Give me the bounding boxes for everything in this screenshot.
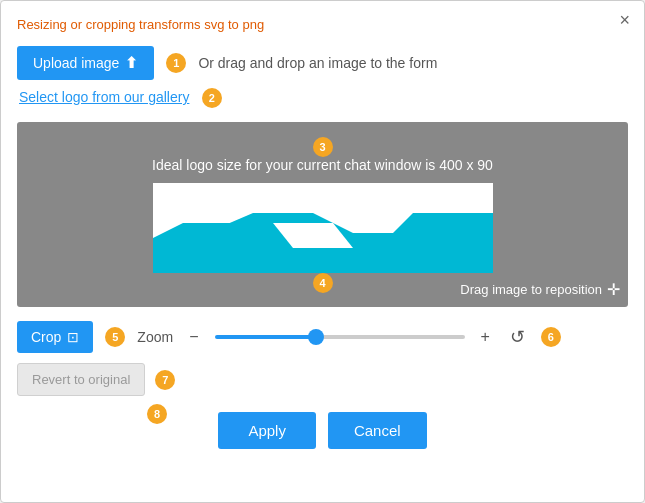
zoom-label: Zoom (137, 329, 173, 345)
zoom-minus-button[interactable]: − (185, 328, 202, 346)
controls-row: Crop ⊡ 5 Zoom − + ↺ 6 (17, 321, 628, 353)
crop-button[interactable]: Crop ⊡ (17, 321, 93, 353)
badge-6: 6 (541, 327, 561, 347)
warning-text: Resizing or cropping transforms svg to p… (17, 17, 628, 32)
gallery-row: Select logo from our gallery 2 (17, 88, 628, 108)
image-upload-dialog: × Resizing or cropping transforms svg to… (0, 0, 645, 503)
badge-8: 8 (147, 404, 167, 424)
revert-button[interactable]: Revert to original (17, 363, 145, 396)
upload-label: Upload image (33, 55, 119, 71)
reset-zoom-button[interactable]: ↺ (506, 326, 529, 348)
badge-2: 2 (202, 88, 222, 108)
crop-icon: ⊡ (67, 329, 79, 345)
apply-button[interactable]: Apply (218, 412, 316, 449)
drag-reposition-text: Drag image to reposition (460, 282, 602, 297)
badge-7: 7 (155, 370, 175, 390)
zoom-plus-button[interactable]: + (477, 328, 494, 346)
badge-3: 3 (313, 137, 333, 157)
crop-label: Crop (31, 329, 61, 345)
badge-1: 1 (166, 53, 186, 73)
upload-image-button[interactable]: Upload image ⬆ (17, 46, 154, 80)
revert-row: Revert to original 7 (17, 363, 628, 396)
action-row: 8 Apply Cancel (17, 412, 628, 449)
logo-preview (153, 183, 493, 273)
ideal-size-text: Ideal logo size for your current chat wi… (152, 157, 493, 173)
drag-reposition-row: Drag image to reposition ✛ (460, 280, 620, 299)
cancel-button[interactable]: Cancel (328, 412, 427, 449)
upload-icon: ⬆ (125, 54, 138, 72)
close-button[interactable]: × (619, 11, 630, 29)
preview-area: 3 Ideal logo size for your current chat … (17, 122, 628, 307)
svg-rect-4 (153, 248, 253, 273)
drag-drop-text: Or drag and drop an image to the form (198, 55, 437, 71)
drag-icon: ✛ (607, 280, 620, 299)
upload-row: Upload image ⬆ 1 Or drag and drop an ima… (17, 46, 628, 80)
zoom-slider[interactable] (215, 335, 465, 339)
gallery-link[interactable]: Select logo from our gallery (19, 89, 189, 105)
badge-4: 4 (313, 273, 333, 293)
badge-5: 5 (105, 327, 125, 347)
